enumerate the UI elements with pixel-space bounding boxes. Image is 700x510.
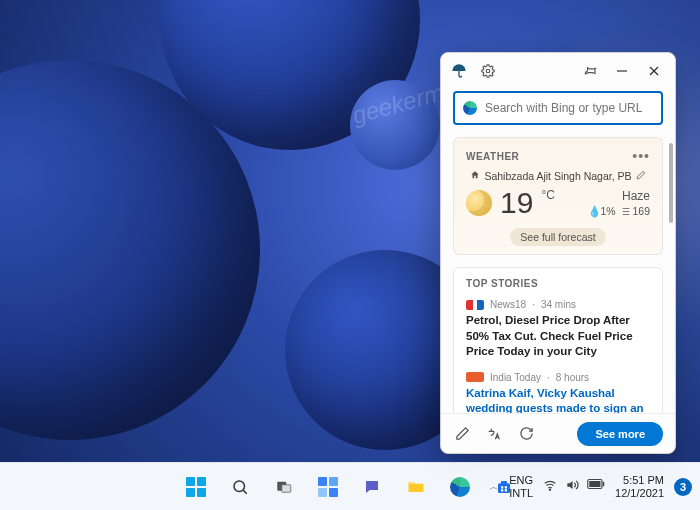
notification-center-button[interactable]: 3: [674, 478, 692, 496]
news-story[interactable]: India Today · 8 hours Katrina Kaif, Vick…: [466, 372, 650, 413]
compose-button[interactable]: [453, 425, 471, 443]
home-icon: [470, 170, 480, 182]
aqi-value: 169: [632, 205, 650, 217]
weather-card: WEATHER ••• Sahibzada Ajit Singh Nagar, …: [453, 137, 663, 255]
story-headline: Katrina Kaif, Vicky Kaushal wedding gues…: [466, 386, 650, 413]
language-button[interactable]: ENG INTL: [509, 474, 533, 498]
card-menu-button[interactable]: •••: [632, 148, 650, 164]
svg-line-5: [243, 490, 246, 493]
translate-button[interactable]: [485, 425, 503, 443]
tray-status-icons[interactable]: [543, 478, 605, 495]
story-age: 8 hours: [556, 372, 589, 383]
clock-button[interactable]: 5:51 PM 12/1/2021: [615, 474, 664, 499]
search-button[interactable]: [220, 467, 260, 507]
umbrella-icon: [451, 63, 467, 79]
settings-button[interactable]: [477, 60, 499, 82]
full-forecast-button[interactable]: See full forecast: [510, 228, 605, 246]
weather-unit: °C: [541, 188, 554, 202]
svg-point-4: [234, 481, 245, 492]
precip-icon: 💧: [588, 205, 601, 217]
pin-button[interactable]: [579, 60, 601, 82]
scrollbar[interactable]: [669, 143, 673, 223]
svg-rect-17: [603, 482, 605, 487]
svg-rect-16: [589, 481, 600, 487]
top-stories-label: TOP STORIES: [466, 278, 650, 289]
tray-overflow-button[interactable]: ︿: [489, 480, 499, 494]
start-button[interactable]: [176, 467, 216, 507]
weather-condition: Haze: [588, 189, 650, 203]
volume-icon: [565, 478, 579, 495]
source-name: India Today: [490, 372, 541, 383]
svg-point-0: [486, 69, 490, 73]
taskbar: ︿ ENG INTL 5:51 PM 12/1/2021 3: [0, 462, 700, 510]
edit-location-button[interactable]: [636, 170, 646, 182]
search-box[interactable]: [453, 91, 663, 125]
source-badge-icon: [466, 372, 484, 382]
widgets-button[interactable]: [308, 467, 348, 507]
refresh-button[interactable]: [517, 425, 535, 443]
weather-condition-icon: [466, 190, 492, 216]
story-headline: Petrol, Diesel Price Drop After 50% Tax …: [466, 313, 650, 360]
edge-bar-panel: WEATHER ••• Sahibzada Ajit Singh Nagar, …: [440, 52, 676, 454]
chat-button[interactable]: [352, 467, 392, 507]
wifi-icon: [543, 478, 557, 495]
source-name: News18: [490, 299, 526, 310]
file-explorer-button[interactable]: [396, 467, 436, 507]
svg-point-14: [549, 489, 550, 490]
system-tray: ︿ ENG INTL 5:51 PM 12/1/2021 3: [489, 474, 692, 499]
aqi-icon: ☰: [622, 207, 630, 217]
weather-location: Sahibzada Ajit Singh Nagar, PB: [484, 170, 631, 182]
edge-icon: [463, 101, 477, 115]
task-view-button[interactable]: [264, 467, 304, 507]
precip-value: 1%: [601, 205, 616, 217]
news-story[interactable]: News18 · 34 mins Petrol, Diesel Price Dr…: [466, 299, 650, 360]
battery-icon: [587, 478, 605, 495]
panel-footer: See more: [441, 413, 675, 453]
see-more-button[interactable]: See more: [577, 422, 663, 446]
story-age: 34 mins: [541, 299, 576, 310]
top-stories-card: TOP STORIES News18 · 34 mins Petrol, Die…: [453, 267, 663, 413]
source-badge-icon: [466, 300, 484, 310]
minimize-button[interactable]: [611, 60, 633, 82]
search-input[interactable]: [485, 101, 653, 115]
close-button[interactable]: [643, 60, 665, 82]
panel-titlebar: [441, 53, 675, 89]
edge-button[interactable]: [440, 467, 480, 507]
weather-temp: 19: [500, 186, 533, 220]
svg-rect-7: [282, 484, 291, 492]
weather-label: WEATHER: [466, 151, 519, 162]
